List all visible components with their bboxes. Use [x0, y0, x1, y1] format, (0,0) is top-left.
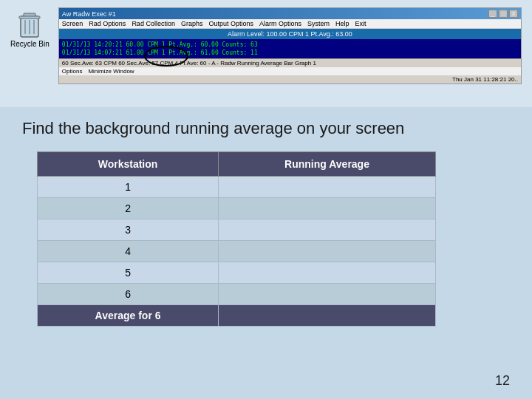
col-workstation-header: Workstation — [38, 152, 219, 177]
win-data-lines: 01/31/13 14:20:21 60.00 CPM 1 Pt.Avg.: 6… — [59, 39, 521, 58]
win-controls: _ □ X — [488, 10, 518, 18]
table-footer-row: Average for 6 — [38, 305, 436, 327]
running-avg-cell — [219, 241, 436, 262]
recycle-bin-label: Recycle Bin — [10, 40, 50, 48]
win-timestamp: Thu Jan 31 11:28:21 20.. — [59, 75, 521, 83]
table-row: 6 — [38, 284, 436, 305]
main-content: Find the background running average on y… — [0, 107, 532, 334]
footer-label-cell: Average for 6 — [38, 305, 219, 327]
win-options-bar: Options Minimize Window — [59, 67, 521, 75]
workstation-cell: 4 — [38, 241, 219, 262]
workstation-cell: 6 — [38, 284, 219, 305]
workstation-cell: 1 — [38, 177, 219, 198]
col-running-avg-header: Running Average — [219, 152, 436, 177]
page-number: 12 — [495, 373, 510, 389]
running-avg-cell — [219, 198, 436, 219]
win-statusbar: 60 Sec.Ave: 63 CPM 60 Sec.Ave: 57 CPM 4 … — [59, 58, 521, 67]
page-heading: Find the background running average on y… — [22, 119, 510, 138]
win-close: X — [509, 10, 518, 18]
screenshot-area: Recycle Bin Aw Radw Exec #1 _ □ X Screen… — [0, 0, 532, 107]
table-row: 3 — [38, 219, 436, 241]
workstation-cell: 2 — [38, 198, 219, 219]
win-menubar: Screen Rad Options Rad Collection Graphs… — [59, 19, 521, 29]
win-alarm-bar: Alarm Level: 100.00 CPM 1 Pt.Avg.: 63.00 — [59, 29, 521, 39]
win-titlebar: Aw Radw Exec #1 _ □ X — [59, 8, 521, 19]
footer-value-cell — [219, 305, 436, 327]
recycle-bin: Recycle Bin — [10, 10, 50, 48]
table-row: 1 — [38, 177, 436, 198]
data-table: Workstation Running Average 1 2 3 4 5 6 … — [37, 151, 436, 327]
svg-rect-5 — [19, 16, 40, 18]
table-row: 2 — [38, 198, 436, 219]
win-title: Aw Radw Exec #1 — [62, 10, 116, 18]
running-avg-cell — [219, 284, 436, 305]
running-avg-cell — [219, 177, 436, 198]
running-avg-cell — [219, 262, 436, 284]
recycle-bin-icon — [18, 10, 41, 38]
workstation-cell: 3 — [38, 219, 219, 241]
win-maximize: □ — [499, 10, 508, 18]
workstation-cell: 5 — [38, 262, 219, 284]
win-minimize: _ — [488, 10, 497, 18]
fake-window: Aw Radw Exec #1 _ □ X Screen Rad Options… — [58, 7, 522, 84]
table-row: 4 — [38, 241, 436, 262]
table-row: 5 — [38, 262, 436, 284]
running-avg-cell — [219, 219, 436, 241]
